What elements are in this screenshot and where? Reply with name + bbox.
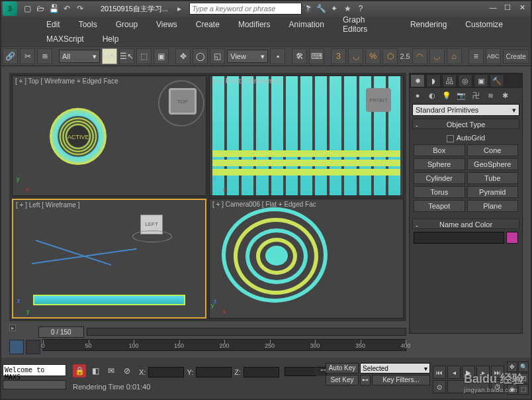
scale-icon[interactable]: ◱: [210, 48, 225, 64]
add-time-tag-icon[interactable]: ⊘: [120, 364, 134, 377]
viewcube-front[interactable]: FRONT: [366, 88, 391, 112]
prompt-line[interactable]: [3, 380, 66, 389]
layout-quad-button[interactable]: [9, 340, 24, 354]
snap-f-icon[interactable]: ◡: [429, 48, 445, 64]
viewport-left-label[interactable]: [ + ] Left [ Wireframe ]: [16, 201, 79, 209]
bind-icon[interactable]: ≋: [37, 48, 52, 64]
zoom-region-icon[interactable]: ◰: [518, 373, 529, 383]
helpers-icon[interactable]: 卍: [469, 89, 482, 101]
angle-snap-icon[interactable]: ◡: [348, 48, 363, 64]
menu-modifiers[interactable]: Modifiers: [229, 18, 280, 31]
obj-torus-button[interactable]: Torus: [414, 186, 465, 198]
obj-cylinder-button[interactable]: Cylinder: [414, 172, 465, 184]
link-icon[interactable]: 🔗: [3, 48, 18, 64]
object-color-swatch[interactable]: [506, 232, 518, 244]
menu-maxscript[interactable]: MAXScript: [37, 32, 93, 46]
help-search-input[interactable]: [190, 3, 301, 14]
menu-group[interactable]: Group: [107, 18, 147, 31]
set-key-button[interactable]: Set Key: [326, 375, 359, 385]
menu-edit[interactable]: Edit: [37, 18, 69, 31]
open-file-icon[interactable]: 🗁: [34, 3, 46, 15]
named-sel-icon[interactable]: ≡: [468, 48, 484, 64]
select-by-name-button[interactable]: ☰↖: [119, 48, 134, 64]
set-key-toggle-icon[interactable]: ⊷: [360, 375, 371, 385]
tool-a-icon[interactable]: 🔧: [315, 3, 327, 15]
script-listener[interactable]: Welcome to MAXS: [3, 364, 66, 376]
pivot-icon[interactable]: ▪: [270, 48, 285, 64]
create-selection-button[interactable]: Create: [503, 49, 529, 64]
obj-plane-button[interactable]: Plane: [467, 200, 519, 212]
redo-icon[interactable]: ↷: [74, 3, 86, 15]
help-search[interactable]: [189, 3, 302, 15]
menu-create[interactable]: Create: [187, 18, 229, 31]
geometry-icon[interactable]: ●: [411, 89, 424, 101]
auto-key-button[interactable]: Auto Key: [326, 363, 359, 374]
coord-z-input[interactable]: [244, 367, 279, 377]
zoom-icon[interactable]: 🔍: [518, 362, 529, 372]
layout-single-button[interactable]: [26, 340, 40, 354]
frame-indicator[interactable]: 0 / 150: [38, 326, 84, 338]
menu-views[interactable]: Views: [147, 18, 187, 31]
play-icon[interactable]: ▶: [462, 366, 475, 379]
display-tab-icon[interactable]: ▣: [474, 74, 488, 87]
abc-icon[interactable]: ABC: [486, 48, 501, 64]
window-crossing-icon[interactable]: ▣: [154, 48, 169, 64]
menu-help[interactable]: Help: [93, 32, 128, 46]
search-icon[interactable]: 🔭: [302, 3, 314, 15]
goto-end-icon[interactable]: ⏭: [491, 366, 504, 379]
key-filters-button[interactable]: Key Filters...: [372, 375, 430, 385]
obj-box-button[interactable]: Box: [414, 144, 465, 156]
unlink-icon[interactable]: ✂: [20, 48, 35, 64]
obj-pyramid-button[interactable]: Pyramid: [467, 186, 519, 198]
obj-teapot-button[interactable]: Teapot: [414, 200, 465, 212]
move-icon[interactable]: ✥: [175, 48, 191, 64]
close-button[interactable]: ✕: [515, 3, 529, 14]
menu-animation[interactable]: Animation: [280, 18, 333, 31]
ref-coord-dropdown[interactable]: View▾: [227, 50, 268, 63]
menu-customize[interactable]: Customize: [456, 18, 512, 31]
viewport-camera[interactable]: [ + ] Camera006 [ Flat + Edged Fac zyx: [209, 199, 404, 319]
max-toggle-icon[interactable]: ⬚: [518, 384, 529, 395]
lights-icon[interactable]: 💡: [440, 89, 453, 101]
obj-sphere-button[interactable]: Sphere: [414, 158, 465, 170]
modify-tab-icon[interactable]: ◗: [426, 74, 441, 87]
pan-icon[interactable]: ✥: [507, 362, 517, 372]
viewport-front[interactable]: [ + ] Front [ Wireframe ] FRONT zx: [209, 75, 404, 196]
utilities-tab-icon[interactable]: 🔨: [490, 74, 504, 87]
undo-icon[interactable]: ↶: [61, 3, 73, 15]
current-frame-input[interactable]: [447, 380, 490, 393]
selection-filter-dropdown[interactable]: All▾: [59, 50, 100, 63]
minimize-button[interactable]: —: [486, 3, 500, 14]
menu-rendering[interactable]: Rendering: [401, 18, 456, 31]
motion-tab-icon[interactable]: ◎: [458, 74, 472, 87]
obj-cone-button[interactable]: Cone: [467, 144, 519, 156]
autogrid-checkbox[interactable]: AutoGrid: [410, 132, 522, 144]
comm-center-icon[interactable]: ✉: [105, 364, 118, 377]
viewport-camera-label[interactable]: [ + ] Camera006 [ Flat + Edged Fac: [212, 201, 316, 208]
keyboard-shortcut-icon[interactable]: ⌨: [309, 48, 324, 64]
time-slider[interactable]: [87, 328, 406, 336]
spacewarps-icon[interactable]: ≋: [484, 89, 497, 101]
select-manip-icon[interactable]: 🛠: [292, 48, 307, 64]
isolate-icon[interactable]: ◧: [89, 364, 102, 377]
viewport-front-label[interactable]: [ + ] Front [ Wireframe ]: [212, 77, 281, 85]
shapes-icon[interactable]: ◐: [425, 89, 439, 101]
coord-y-input[interactable]: [196, 367, 232, 377]
hierarchy-tab-icon[interactable]: 品: [442, 74, 457, 87]
obj-geosphere-button[interactable]: GeoSphere: [467, 158, 519, 170]
percent-snap-icon[interactable]: %: [365, 48, 380, 64]
viewport-top[interactable]: [ + ] Top [ Wireframe + Edged Face TOP A…: [12, 75, 206, 196]
select-object-button[interactable]: ▭↖: [102, 48, 117, 64]
category-dropdown[interactable]: Standard Primitives▾: [412, 104, 519, 116]
time-ruler[interactable]: 050100150200250300350400: [42, 339, 406, 351]
coord-x-input[interactable]: [148, 367, 184, 377]
rotate-icon[interactable]: ◯: [193, 48, 208, 64]
object-name-input[interactable]: [414, 232, 504, 244]
key-mode-icon[interactable]: ⊙: [433, 380, 446, 393]
cameras-icon[interactable]: 📷: [455, 89, 468, 101]
title-dropdown-icon[interactable]: ▸: [173, 3, 185, 15]
create-tab-icon[interactable]: ✹: [410, 74, 425, 87]
systems-icon[interactable]: ✱: [498, 89, 511, 101]
menu-graph-editors[interactable]: Graph Editors: [333, 13, 401, 36]
next-frame-icon[interactable]: ▸: [476, 366, 490, 379]
